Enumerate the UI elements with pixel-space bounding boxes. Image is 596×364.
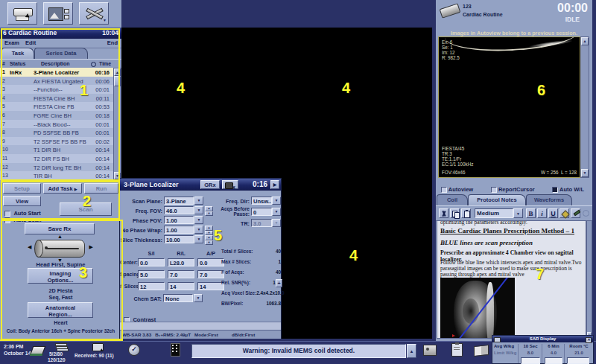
autoview-scroll-down-icon[interactable]: ▼: [581, 169, 589, 177]
center-ap[interactable]: 0.0: [197, 258, 224, 266]
phase-fov-value[interactable]: 1.00: [164, 216, 194, 224]
sar-input-10sec[interactable]: [521, 357, 540, 364]
font-size-dropdown[interactable]: ▼: [513, 208, 523, 218]
image-management-button[interactable]: [43, 2, 73, 25]
task-row[interactable]: 9T2 SSFSE FS BB FB00:02: [0, 137, 113, 146]
menu-exam[interactable]: Exam: [4, 39, 19, 48]
checkbox[interactable]: [491, 187, 497, 193]
add-task-button[interactable]: Add Task ▶: [43, 183, 82, 194]
autoview-option-reportcursor[interactable]: ReportCursor: [491, 182, 535, 191]
scroll-thumb[interactable]: [114, 76, 121, 86]
log-book-icon[interactable]: [474, 345, 489, 357]
italic-button[interactable]: i: [537, 208, 547, 218]
task-list-scrollbar[interactable]: ▲ ▼: [113, 68, 121, 180]
image-transfer-icon[interactable]: [423, 345, 437, 356]
autoview-scrollbar[interactable]: ▲ ▼: [580, 36, 589, 178]
checkbox[interactable]: [441, 187, 447, 193]
draw-button[interactable]: [571, 208, 580, 218]
paste-button[interactable]: [461, 208, 471, 218]
num-slices-rl[interactable]: 14: [168, 282, 194, 290]
received-computer-icon[interactable]: [92, 343, 104, 351]
message-scroll-up-icon[interactable]: ▲: [407, 344, 416, 358]
task-row[interactable]: 6FGRE Cine BH00:18: [0, 111, 113, 120]
patient-position-graphic[interactable]: ▲ ◀ ▶ ▼: [28, 236, 92, 261]
center-si[interactable]: 0.0: [138, 258, 165, 266]
sar-input-6min[interactable]: [545, 357, 562, 364]
acqs-before-pause-value[interactable]: 0: [251, 208, 272, 216]
task-row[interactable]: 8PD SSFSE BB FB00:01: [0, 128, 113, 137]
font-size-select[interactable]: Medium: [475, 208, 513, 218]
tab-coil[interactable]: Coil: [437, 194, 468, 205]
cut-button[interactable]: [439, 208, 448, 218]
scan-plane-value[interactable]: 3-Plane: [164, 197, 194, 205]
task-row[interactable]: 7--Black Blood--00:01: [0, 120, 113, 129]
highlight-button[interactable]: [559, 208, 569, 218]
menu-edit[interactable]: Edit: [25, 39, 36, 48]
up-arrow-icon[interactable]: ▲: [57, 234, 63, 239]
tab-protocol-notes[interactable]: Protocol Notes: [468, 194, 526, 205]
freq-dir-value[interactable]: Unsw...: [251, 197, 272, 205]
queue-stack-icon[interactable]: [55, 343, 66, 351]
scan-plane-dropdown[interactable]: ▼: [194, 197, 203, 205]
freq-dir-dropdown[interactable]: ▼: [272, 197, 281, 205]
task-row[interactable]: 2Ax FIESTA Ungated00:06: [0, 77, 113, 86]
task-row[interactable]: 10T1 DIR BH00:14: [0, 145, 113, 154]
auto-scan-checkbox[interactable]: [4, 217, 10, 223]
no-phase-wrap-dropdown[interactable]: ▼: [194, 226, 203, 234]
tab-waveforms[interactable]: Waveforms: [526, 194, 572, 205]
slice-thickness-stepper[interactable]: ▲▼: [205, 235, 213, 243]
scan-panel-titlebar[interactable]: 3-Plane Localizer GRx x 0:16 ▶: [120, 179, 281, 191]
center-rl[interactable]: L28.0: [168, 258, 194, 266]
check-circle-icon[interactable]: ✓: [128, 344, 140, 356]
save-rx-button[interactable]: Save Rx: [25, 223, 95, 234]
freq-fov-value[interactable]: 46.0: [164, 206, 194, 214]
film-icon[interactable]: [171, 343, 180, 357]
spacing-si[interactable]: 5.0: [138, 270, 165, 278]
acqs-before-pause-dropdown[interactable]: ▼: [272, 208, 281, 216]
autoview-scroll-up-icon[interactable]: ▲: [581, 37, 589, 45]
menu-end[interactable]: End: [107, 39, 118, 48]
eraser-icon[interactable]: [30, 346, 46, 356]
spacing-ap[interactable]: 7.0: [197, 270, 224, 278]
phase-fov-dropdown[interactable]: ▼: [194, 216, 203, 224]
task-row[interactable]: 12T2 DIR long TE BH00:14: [0, 163, 113, 172]
sar-titlebar[interactable]: SAR Display ✕: [492, 336, 593, 342]
autoview-option-autoview[interactable]: Autoview: [441, 182, 473, 191]
bold-button[interactable]: B: [526, 208, 536, 218]
underline-button[interactable]: U: [548, 208, 558, 218]
scroll-up-icon[interactable]: ▲: [114, 68, 121, 76]
tools-button[interactable]: ▼: [79, 2, 109, 25]
task-row[interactable]: 3--Function--00:01: [0, 85, 113, 94]
autoview-viewport[interactable]: Ex: 6Se: 1Im: 12R: 982.5 FIESTA/45TR:3TE…: [438, 36, 580, 178]
sar-input-room[interactable]: [567, 357, 589, 364]
task-row[interactable]: 11T2 DIR FS BH00:14: [0, 154, 113, 163]
camera-x-button[interactable]: x: [222, 180, 238, 189]
spacing-rl[interactable]: 7.0: [168, 270, 194, 278]
autoview-option-autowl[interactable]: Auto W/L: [552, 182, 584, 191]
chem-sat-value[interactable]: None: [163, 294, 193, 302]
slice-thickness-dropdown[interactable]: ▼: [194, 235, 203, 243]
run-button[interactable]: Run: [84, 183, 118, 194]
task-row[interactable]: 4FIESTA Cine BH00:11: [0, 94, 113, 103]
no-phase-wrap-value[interactable]: 1.00: [164, 226, 194, 234]
task-row[interactable]: 1InRx3-Plane Localizer00:16: [0, 68, 113, 77]
tab-series-data[interactable]: Series Data: [34, 48, 88, 59]
slice-thickness-value[interactable]: 10.00: [164, 235, 194, 243]
setup-button[interactable]: Setup: [3, 183, 41, 194]
sar-display-window[interactable]: SAR Display ✕ Avg W/kg 10 Sec 6 Min Room…: [492, 335, 594, 364]
anatomical-region-button[interactable]: Anatomical Region...: [28, 302, 93, 318]
patient-register-button[interactable]: [7, 2, 37, 25]
num-slices-ap[interactable]: 14: [197, 282, 224, 290]
snr-plus-button[interactable]: +: [276, 279, 282, 287]
left-arrow-icon[interactable]: ◀: [28, 244, 31, 250]
task-row[interactable]: 13TIR BH00:14: [0, 171, 113, 180]
view-button[interactable]: View: [3, 196, 41, 206]
report-clipboard-icon[interactable]: [451, 343, 463, 357]
right-arrow-icon[interactable]: ▶: [89, 244, 93, 250]
exam-titlebar[interactable]: 6 Cardiac Routine 10:04: [0, 28, 121, 39]
chem-sat-dropdown[interactable]: ▼: [194, 294, 203, 302]
task-row[interactable]: 5FIESTA Cine FB00:53: [0, 102, 113, 111]
tab-task[interactable]: Task: [1, 48, 34, 59]
num-slices-si[interactable]: 12: [138, 282, 165, 290]
notes-content[interactable]: optimizing the parameters accordingly. B…: [437, 220, 586, 339]
